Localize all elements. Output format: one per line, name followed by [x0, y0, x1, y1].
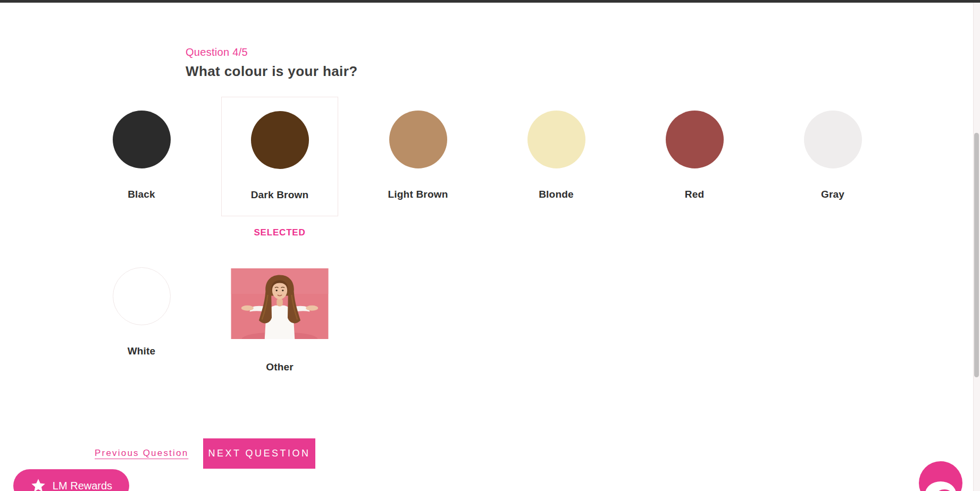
option-white[interactable]: White — [83, 253, 200, 373]
scrollbar-thumb[interactable] — [974, 133, 979, 377]
question-progress: Question 4/5 — [186, 46, 357, 58]
option-label: Dark Brown — [251, 189, 309, 201]
question-title: What colour is your hair? — [186, 63, 357, 80]
option-dark-brown[interactable]: Dark BrownSELECTED — [221, 97, 338, 216]
option-black[interactable]: Black — [83, 97, 200, 216]
option-label: Other — [266, 361, 294, 373]
option-label: Light Brown — [388, 189, 448, 200]
star-icon — [30, 478, 46, 491]
option-light-brown[interactable]: Light Brown — [359, 97, 476, 216]
top-loading-bar — [0, 0, 980, 3]
color-swatch-circle[interactable] — [666, 111, 724, 168]
question-header: Question 4/5 What colour is your hair? — [186, 46, 357, 80]
rewards-button[interactable]: LM Rewards — [13, 469, 129, 491]
color-swatch-circle[interactable] — [389, 111, 447, 168]
selected-badge: SELECTED — [222, 227, 338, 238]
option-blonde[interactable]: Blonde — [498, 97, 615, 216]
chat-widget-button[interactable] — [919, 461, 962, 491]
woman-shrugging-image — [221, 268, 338, 339]
option-label: Red — [685, 189, 705, 200]
option-label: Blonde — [539, 189, 574, 200]
option-label: White — [128, 345, 156, 357]
color-swatch-circle[interactable] — [251, 111, 309, 169]
color-swatch-circle[interactable] — [113, 111, 171, 168]
quiz-page: Question 4/5 What colour is your hair? B… — [0, 0, 980, 491]
next-question-button[interactable]: NEXT QUESTION — [203, 438, 315, 469]
color-swatch-circle[interactable] — [804, 111, 862, 168]
previous-question-link[interactable]: Previous Question — [95, 448, 188, 459]
rewards-label: LM Rewards — [53, 480, 112, 491]
option-other[interactable]: Other — [221, 253, 338, 373]
option-gray[interactable]: Gray — [774, 97, 891, 216]
options-grid: BlackDark BrownSELECTEDLight BrownBlonde… — [83, 97, 891, 373]
color-swatch-circle[interactable] — [113, 267, 171, 325]
color-swatch-circle[interactable] — [527, 111, 585, 168]
option-label: Black — [128, 189, 155, 200]
option-label: Gray — [821, 189, 844, 200]
scrollbar-track[interactable] — [973, 0, 980, 491]
option-red[interactable]: Red — [636, 97, 753, 216]
